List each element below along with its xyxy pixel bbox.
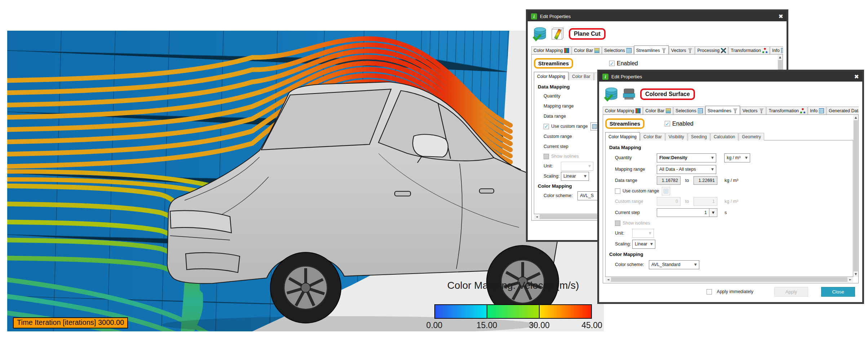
tab-transformation[interactable]: Transformation	[728, 46, 770, 55]
current-step-dropdown-icon[interactable]: ▼	[709, 208, 717, 217]
enabled-label: Enabled	[617, 60, 638, 67]
scroll-right-icon[interactable]: ►	[847, 278, 853, 281]
main-tab-bar: Color Mapping Color Bar Selections Strea…	[603, 105, 859, 115]
scroll-up-icon[interactable]: ▲	[855, 115, 857, 120]
scrollbar-thumb[interactable]	[854, 120, 858, 271]
tab-color-bar[interactable]: Color Bar	[643, 106, 673, 115]
scaling-dropdown[interactable]: Linear▼	[632, 240, 655, 249]
tab-info[interactable]: Info	[770, 46, 783, 55]
scroll-left-icon[interactable]: ◄	[534, 215, 540, 218]
enabled-checkbox[interactable]	[665, 121, 670, 126]
streamlines-tab-icon	[733, 108, 738, 113]
apply-immediately-checkbox[interactable]	[707, 289, 712, 295]
application-window: Time Iteration [iterations] 3000.00 Colo…	[0, 0, 868, 344]
legend-tick: 45.00	[581, 321, 602, 330]
car-mirror	[413, 134, 448, 157]
enabled-checkbox[interactable]	[609, 61, 615, 66]
subtab-color-bar[interactable]: Color Bar	[569, 73, 594, 80]
vertical-scrollbar[interactable]: ▲ ▼	[853, 115, 858, 277]
tab-color-mapping[interactable]: Color Mapping	[531, 46, 571, 55]
tab-vectors[interactable]: Vectors	[669, 46, 695, 55]
dropdown-arrow-icon: ▼	[648, 242, 653, 246]
tab-color-mapping[interactable]: Color Mapping	[603, 106, 643, 115]
subtab-seeding[interactable]: Seeding	[688, 133, 710, 140]
current-step-input[interactable]: 1	[657, 208, 709, 217]
scrollbar-thumb[interactable]	[611, 277, 847, 282]
apply-immediately-label: Apply immediately	[717, 289, 753, 294]
info-tab-icon	[819, 108, 824, 113]
main-tab-bar: Color Mapping Color Bar Selections Strea…	[531, 45, 783, 55]
use-custom-range-checkbox[interactable]	[544, 124, 549, 129]
subtab-color-bar[interactable]: Color Bar	[640, 133, 665, 140]
scaling-label: Scaling:	[609, 241, 632, 247]
dropdown-arrow-icon: ▼	[692, 263, 697, 266]
panel-label-highlight: Streamlines	[534, 58, 573, 69]
tab-vectors[interactable]: Vectors	[740, 106, 766, 115]
scaling-label: Scaling:	[538, 174, 561, 179]
color-scheme-label: Color scheme:	[609, 262, 649, 267]
legend-title: Color Mapping: Velocity (m/s)	[447, 280, 579, 291]
tab-color-bar[interactable]: Color Bar	[572, 46, 602, 55]
app-icon: i	[531, 13, 537, 19]
tab-streamlines[interactable]: Streamlines	[705, 106, 740, 115]
tab-selections[interactable]: Selections	[602, 46, 634, 55]
use-custom-range-label: Use custom range	[551, 124, 588, 129]
mapping-range-dropdown[interactable]: All Data - All steps▼	[657, 165, 716, 174]
close-icon[interactable]: ✖	[854, 73, 859, 80]
current-step-unit: s	[725, 210, 727, 215]
dialog-title-bar[interactable]: i Edit Properties ✖	[528, 11, 787, 21]
apply-button[interactable]: Apply	[774, 287, 808, 297]
dataset-icon	[603, 87, 619, 102]
show-isolines-label: Show isolines	[623, 221, 650, 226]
transformation-tab-icon	[762, 48, 767, 53]
dropdown-arrow-icon: ▼	[743, 156, 748, 160]
custom-range-tool-icon	[664, 189, 668, 193]
time-iteration-badge: Time Iteration [iterations] 3000.00	[13, 317, 128, 328]
transformation-tab-icon	[800, 108, 805, 113]
subtab-visibility[interactable]: Visibility	[665, 133, 687, 140]
close-icon[interactable]: ✖	[779, 13, 783, 20]
custom-range-label: Custom range	[609, 199, 657, 204]
dropdown-arrow-icon: ▼	[709, 156, 714, 160]
tab-generated-data[interactable]: Generated Data	[827, 106, 859, 115]
quantity-dropdown[interactable]: Flow:Density▼	[657, 153, 716, 162]
use-custom-range-checkbox[interactable]	[615, 188, 620, 194]
show-isolines-checkbox	[615, 221, 620, 226]
tab-transformation[interactable]: Transformation	[766, 106, 807, 115]
tab-info[interactable]: Info	[808, 106, 826, 115]
dropdown-arrow-icon: ▼	[709, 167, 714, 171]
streamlines-panel: Streamlines Enabled Color Mapping Color …	[603, 115, 859, 283]
quantity-unit-dropdown[interactable]: kg / m³▼	[724, 153, 750, 162]
range-to-label: to	[681, 178, 694, 183]
plane-cut-icon	[550, 26, 565, 42]
close-button[interactable]: Close	[821, 287, 855, 297]
info-tab-icon	[781, 48, 783, 53]
show-isolines-checkbox	[544, 154, 549, 159]
tab-selections[interactable]: Selections	[673, 106, 705, 115]
dropdown-arrow-icon: ▼	[582, 174, 586, 178]
vectors-tab-icon	[687, 48, 692, 53]
legend-ticks: 0.00 15.00 30.00 45.00	[434, 321, 592, 330]
subtab-geometry[interactable]: Geometry	[739, 133, 764, 140]
vectors-tab-icon	[759, 108, 764, 113]
color-scheme-dropdown[interactable]: AVL_Standard▼	[649, 260, 699, 269]
dialog-title-bar[interactable]: i Edit Properties ✖	[599, 71, 862, 82]
tab-processing[interactable]: Processing	[695, 46, 728, 55]
scaling-dropdown[interactable]: Linear▼	[561, 172, 589, 181]
subtab-color-mapping[interactable]: Color Mapping	[605, 132, 640, 140]
tab-streamlines[interactable]: Streamlines	[634, 45, 669, 55]
section-data-mapping: Data Mapping	[609, 143, 853, 152]
subtab-color-mapping[interactable]: Color Mapping	[534, 72, 568, 80]
scroll-up-icon[interactable]: ▲	[779, 55, 781, 60]
horizontal-scrollbar[interactable]: ◄ ►	[605, 277, 853, 282]
app-icon: i	[602, 74, 608, 80]
scroll-down-icon[interactable]: ▼	[855, 271, 857, 277]
panel-label-highlight: Streamlines	[605, 118, 645, 129]
unit-dropdown: ▼	[632, 229, 654, 238]
current-step-label: Current step	[609, 210, 657, 215]
legend-tick: 15.00	[477, 321, 497, 330]
data-range-label: Data range	[538, 114, 585, 119]
color-scheme-label: Color scheme:	[538, 193, 577, 198]
subtab-calculation[interactable]: Calculation	[710, 133, 738, 140]
scroll-left-icon[interactable]: ◄	[605, 278, 611, 281]
